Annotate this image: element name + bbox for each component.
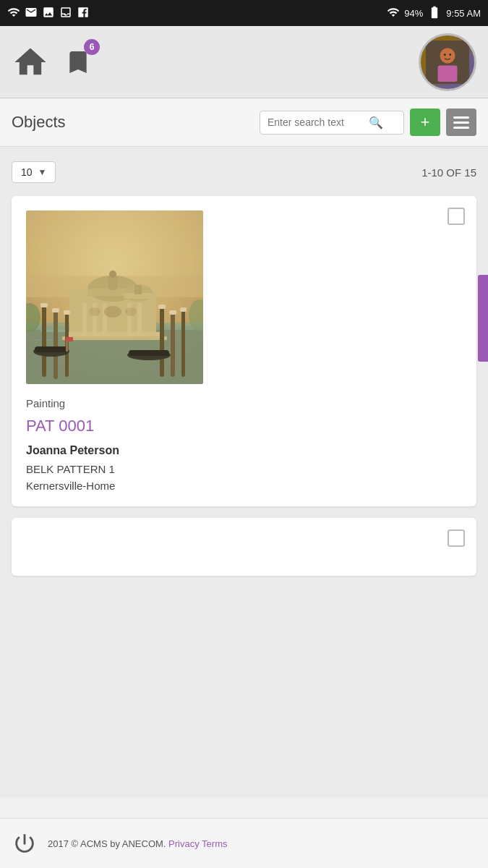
image-icon bbox=[42, 6, 55, 21]
sidebar-accent bbox=[478, 275, 488, 362]
menu-button[interactable] bbox=[446, 109, 476, 136]
battery-level: 94% bbox=[404, 8, 423, 19]
object-card-2[interactable] bbox=[12, 518, 476, 576]
card-image-1 bbox=[26, 210, 203, 384]
content-area: 10 ▼ 1-10 OF 15 bbox=[0, 147, 488, 798]
menu-bar-3 bbox=[453, 127, 469, 129]
object-card-1[interactable]: Painting PAT 0001 Joanna Peterson BELK P… bbox=[12, 196, 476, 506]
svg-rect-51 bbox=[26, 210, 203, 384]
time-display: 9:55 AM bbox=[446, 8, 481, 19]
notification-badge: 6 bbox=[84, 39, 100, 55]
pagination-info: 1-10 OF 15 bbox=[421, 166, 476, 179]
status-icons-left bbox=[7, 6, 90, 21]
footer-text: 2017 © ACMS by ANECOM. Privacy Terms bbox=[48, 838, 228, 849]
per-page-value: 10 bbox=[21, 166, 33, 178]
header-actions: 🔍 + bbox=[260, 109, 476, 136]
power-button[interactable] bbox=[12, 830, 38, 856]
menu-bar-2 bbox=[453, 122, 469, 124]
nav-left: 6 bbox=[12, 43, 93, 81]
svg-point-1 bbox=[440, 48, 455, 63]
facebook-icon bbox=[77, 6, 90, 21]
card-checkbox-1[interactable] bbox=[448, 208, 465, 225]
page-title: Objects bbox=[12, 113, 66, 132]
card-id: PAT 0001 bbox=[26, 417, 462, 435]
card-category: Painting bbox=[26, 397, 462, 409]
signal-icon bbox=[387, 6, 400, 21]
status-bar: 94% 9:55 AM bbox=[0, 0, 488, 26]
svg-rect-2 bbox=[438, 65, 458, 82]
bookmark-button[interactable]: 6 bbox=[64, 45, 93, 80]
card-location: Kernersville-Home bbox=[26, 480, 462, 492]
status-icons-right: 94% 9:55 AM bbox=[387, 5, 481, 22]
per-page-select[interactable]: 10 ▼ bbox=[12, 161, 56, 183]
chevron-down-icon: ▼ bbox=[38, 167, 47, 177]
wifi-icon bbox=[7, 6, 20, 21]
avatar[interactable] bbox=[419, 33, 476, 91]
search-box[interactable]: 🔍 bbox=[260, 111, 404, 135]
svg-point-4 bbox=[449, 54, 451, 56]
card-checkbox-2[interactable] bbox=[448, 529, 465, 547]
menu-bar-1 bbox=[453, 116, 469, 119]
page-header: Objects 🔍 + bbox=[0, 98, 488, 147]
battery-icon bbox=[427, 5, 442, 22]
copyright-text: 2017 © ACMS by ANECOM. bbox=[48, 838, 166, 849]
card-owner: Joanna Peterson bbox=[26, 444, 462, 457]
pagination-controls: 10 ▼ 1-10 OF 15 bbox=[12, 161, 476, 183]
footer: 2017 © ACMS by ANECOM. Privacy Terms bbox=[0, 818, 488, 868]
add-button[interactable]: + bbox=[410, 109, 440, 136]
search-icon: 🔍 bbox=[369, 116, 383, 129]
top-nav: 6 bbox=[0, 26, 488, 98]
card-collection: BELK PATTERN 1 bbox=[26, 463, 462, 475]
search-input[interactable] bbox=[267, 116, 369, 128]
email-icon bbox=[25, 6, 38, 21]
inbox-icon bbox=[59, 6, 72, 21]
svg-point-3 bbox=[444, 54, 446, 56]
home-button[interactable] bbox=[12, 43, 49, 81]
privacy-terms-link[interactable]: Privacy Terms bbox=[168, 838, 227, 849]
